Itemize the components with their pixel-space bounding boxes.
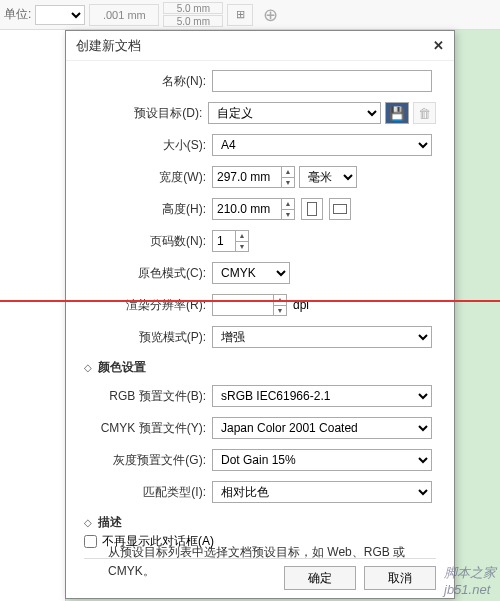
height-spinner[interactable]: ▲▼ — [281, 198, 295, 220]
dialog-body: 名称(N): 预设目标(D): 自定义 💾 🗑 大小(S): A4 宽度(W):… — [66, 61, 454, 595]
preset-select[interactable]: 自定义 — [208, 102, 381, 124]
dialog-titlebar: 创建新文档 ✕ — [66, 31, 454, 61]
preview-label: 预览模式(P): — [80, 329, 212, 346]
add-icon[interactable]: ⊕ — [257, 4, 283, 26]
colormode-label: 原色模式(C): — [80, 265, 212, 282]
color-section-title: 颜色设置 — [98, 359, 146, 376]
width-spinner[interactable]: ▲▼ — [281, 166, 295, 188]
rgb-profile-select[interactable]: sRGB IEC61966-2.1 — [212, 385, 432, 407]
orientation-landscape[interactable] — [329, 198, 351, 220]
width-input[interactable] — [212, 166, 282, 188]
name-label: 名称(N): — [80, 73, 212, 90]
preview-select[interactable]: 增强 — [212, 326, 432, 348]
size-label: 大小(S): — [80, 137, 212, 154]
size-select[interactable]: A4 — [212, 134, 432, 156]
snap-icon[interactable]: ⊞ — [227, 4, 253, 26]
height-label: 高度(H): — [80, 201, 212, 218]
nudge-y[interactable]: 5.0 mm — [163, 15, 223, 27]
cancel-button[interactable]: 取消 — [364, 566, 436, 590]
pages-spinner[interactable]: ▲▼ — [235, 230, 249, 252]
dont-show-label: 不再显示此对话框(A) — [102, 533, 214, 550]
app-toolbar: 单位: .001 mm 5.0 mm 5.0 mm ⊞ ⊕ — [0, 0, 500, 30]
preset-label: 预设目标(D): — [80, 105, 208, 122]
resolution-unit: dpi — [293, 298, 309, 312]
gray-profile-select[interactable]: Dot Gain 15% — [212, 449, 432, 471]
resolution-input[interactable] — [212, 294, 274, 316]
intent-label: 匹配类型(I): — [80, 484, 212, 501]
dont-show-checkbox[interactable] — [84, 535, 97, 548]
nudge-x[interactable]: 5.0 mm — [163, 2, 223, 14]
height-input[interactable] — [212, 198, 282, 220]
cmyk-profile-label: CMYK 预置文件(Y): — [80, 420, 212, 437]
new-document-dialog: 创建新文档 ✕ 名称(N): 预设目标(D): 自定义 💾 🗑 大小(S): A… — [65, 30, 455, 599]
dialog-title: 创建新文档 — [76, 37, 141, 55]
pages-input[interactable] — [212, 230, 236, 252]
ok-button[interactable]: 确定 — [284, 566, 356, 590]
precision-display[interactable]: .001 mm — [89, 4, 159, 26]
cmyk-profile-select[interactable]: Japan Color 2001 Coated — [212, 417, 432, 439]
dialog-footer: 不再显示此对话框(A) 确定 取消 — [66, 527, 454, 598]
intent-select[interactable]: 相对比色 — [212, 481, 432, 503]
collapse-icon[interactable]: ◇ — [84, 362, 92, 373]
color-section-header: ◇ 颜色设置 — [84, 359, 436, 376]
delete-preset-icon: 🗑 — [413, 102, 436, 124]
rgb-profile-label: RGB 预置文件(B): — [80, 388, 212, 405]
resolution-spinner[interactable]: ▲▼ — [273, 294, 287, 316]
orientation-portrait[interactable] — [301, 198, 323, 220]
save-preset-icon[interactable]: 💾 — [385, 102, 408, 124]
gray-profile-label: 灰度预置文件(G): — [80, 452, 212, 469]
width-unit-select[interactable]: 毫米 — [299, 166, 357, 188]
pages-label: 页码数(N): — [80, 233, 212, 250]
unit-select[interactable] — [35, 5, 85, 25]
colormode-select[interactable]: CMYK — [212, 262, 290, 284]
width-label: 宽度(W): — [80, 169, 212, 186]
close-icon[interactable]: ✕ — [433, 38, 444, 53]
resolution-label: 渲染分辨率(R): — [80, 297, 212, 314]
unit-label: 单位: — [4, 6, 31, 23]
name-input[interactable] — [212, 70, 432, 92]
